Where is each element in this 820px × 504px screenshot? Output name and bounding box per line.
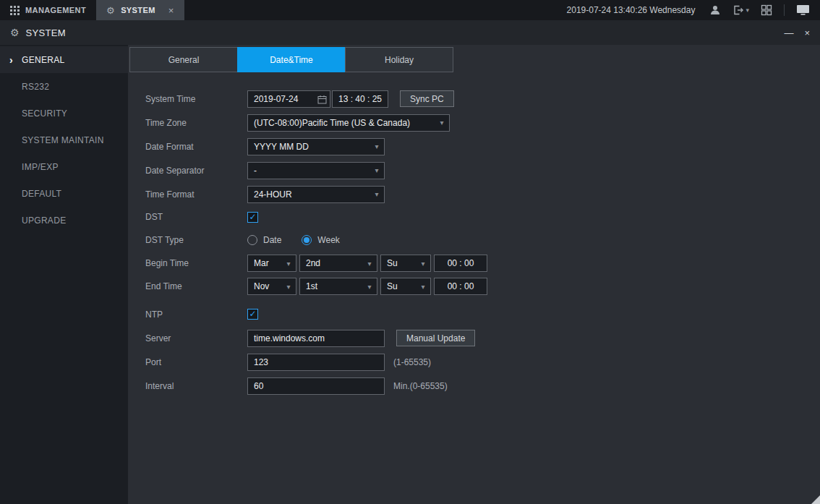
sync-pc-button[interactable]: Sync PC (400, 90, 454, 107)
topbar: MANAGEMENT ⚙ SYSTEM × 2019-07-24 13:40:2… (0, 0, 820, 20)
row-system-time: System Time 13 : 40 : 25 Sync PC (145, 87, 820, 111)
time-zone-select[interactable]: (UTC-08:00)Pacific Time (US & Canada) ▾ (247, 114, 450, 132)
interval-input[interactable] (247, 377, 385, 395)
begin-time-value[interactable]: 00 : 00 (434, 255, 487, 272)
date-field[interactable] (247, 90, 330, 108)
row-date-separator: Date Separator - ▾ (145, 158, 820, 182)
end-day-select[interactable]: Su ▾ (380, 278, 431, 295)
caret-down-icon: ▾ (370, 190, 384, 198)
row-time-format: Time Format 24-HOUR ▾ (145, 182, 820, 206)
end-ordinal-select[interactable]: 1st ▾ (299, 278, 377, 295)
sidebar: › GENERAL RS232 SECURITY SYSTEM MAINTAIN… (0, 45, 128, 504)
field-label: Begin Time (145, 258, 247, 268)
selected-value: Mar (248, 258, 281, 268)
field-label: System Time (145, 94, 247, 104)
sidebar-item-label: SECURITY (22, 108, 67, 119)
field-label: DST Type (145, 235, 247, 245)
selected-value: (UTC-08:00)Pacific Time (US & Canada) (248, 118, 435, 128)
selected-value: Su (381, 281, 416, 291)
row-ntp: NTP ✓ (145, 302, 820, 326)
begin-day-select[interactable]: Su ▾ (380, 255, 431, 272)
system-time-value[interactable]: 13 : 40 : 25 (332, 90, 388, 108)
time-format-select[interactable]: 24-HOUR ▾ (247, 186, 385, 203)
user-icon[interactable] (709, 4, 721, 16)
tab-management[interactable]: MANAGEMENT (0, 0, 96, 20)
date-time-form: System Time 13 : 40 : 25 Sync PC (145, 87, 820, 398)
sidebar-item-rs232[interactable]: RS232 (0, 73, 128, 100)
field-label: Interval (145, 381, 247, 391)
sidebar-item-upgrade[interactable]: UPGRADE (0, 207, 128, 234)
field-label: Date Format (145, 142, 247, 152)
check-icon: ✓ (249, 212, 256, 222)
sidebar-item-general[interactable]: › GENERAL (0, 46, 128, 73)
field-label: Server (145, 333, 247, 343)
active-arrow-icon: › (9, 54, 13, 66)
window-titlebar: ⚙ SYSTEM — × (0, 20, 820, 45)
interval-range-hint: Min.(0-65535) (393, 381, 448, 391)
ntp-checkbox[interactable]: ✓ (247, 309, 258, 320)
datetime-text: 2019-07-24 13:40:26 Wednesday (567, 5, 696, 15)
caret-down-icon: ▾ (435, 119, 449, 127)
date-separator-select[interactable]: - ▾ (247, 162, 385, 179)
sidebar-item-default[interactable]: DEFAULT (0, 180, 128, 207)
layout-grid-icon[interactable] (761, 4, 772, 16)
window-title: SYSTEM (26, 27, 66, 38)
radio-icon (247, 235, 257, 245)
field-label: Date Separator (145, 166, 247, 176)
close-icon[interactable]: × (804, 28, 810, 38)
close-tab-icon[interactable]: × (168, 5, 174, 16)
row-port: Port (1-65535) (145, 350, 820, 374)
end-time-value[interactable]: 00 : 00 (434, 278, 487, 295)
tab-system[interactable]: ⚙ SYSTEM × (96, 0, 184, 20)
dst-type-week-radio[interactable]: Week (302, 235, 339, 245)
selected-value: YYYY MM DD (248, 142, 370, 152)
port-input[interactable] (247, 354, 385, 371)
radio-label: Date (263, 235, 281, 245)
separator (784, 4, 785, 16)
main-panel: General Date&Time Holiday System Time (128, 45, 820, 504)
logout-icon[interactable]: ▾ (733, 4, 749, 16)
sidebar-item-label: RS232 (22, 82, 49, 92)
sidebar-item-system-maintain[interactable]: SYSTEM MAINTAIN (0, 127, 128, 153)
field-label: Port (145, 357, 247, 367)
row-server: Server Manual Update (145, 326, 820, 350)
selected-value: Su (381, 258, 416, 268)
check-icon: ✓ (249, 309, 256, 319)
field-label: NTP (145, 309, 247, 320)
tab-bar: General Date&Time Holiday (129, 47, 820, 72)
selected-value: 1st (300, 281, 362, 291)
resize-grip[interactable] (811, 495, 820, 504)
dst-checkbox[interactable]: ✓ (247, 212, 258, 223)
selected-value: 2nd (300, 258, 362, 268)
manual-update-button[interactable]: Manual Update (396, 330, 475, 346)
dst-type-date-radio[interactable]: Date (247, 235, 281, 245)
apps-grid-icon (10, 6, 20, 15)
tab-general[interactable]: General (129, 47, 238, 72)
sidebar-item-security[interactable]: SECURITY (0, 100, 128, 127)
end-month-select[interactable]: Nov ▾ (247, 278, 296, 295)
begin-month-select[interactable]: Mar ▾ (247, 255, 296, 272)
port-range-hint: (1-65535) (393, 357, 431, 367)
page: MANAGEMENT ⚙ SYSTEM × 2019-07-24 13:40:2… (0, 0, 820, 504)
tab-date-time[interactable]: Date&Time (237, 47, 346, 72)
date-format-select[interactable]: YYYY MM DD ▾ (247, 138, 385, 155)
tab-holiday[interactable]: Holiday (345, 47, 453, 72)
caret-down-icon: ▾ (746, 7, 749, 14)
selected-value: Nov (248, 281, 281, 291)
row-date-format: Date Format YYYY MM DD ▾ (145, 134, 820, 158)
minimize-icon[interactable]: — (784, 28, 793, 38)
sidebar-item-label: UPGRADE (22, 215, 66, 226)
system-date-input[interactable] (247, 90, 330, 108)
sidebar-item-imp-exp[interactable]: IMP/EXP (0, 153, 128, 180)
begin-ordinal-select[interactable]: 2nd ▾ (299, 255, 377, 272)
caret-down-icon: ▾ (281, 283, 296, 291)
row-end-time: End Time Nov ▾ 1st ▾ Su ▾ (145, 275, 820, 298)
gear-icon: ⚙ (106, 5, 115, 16)
row-begin-time: Begin Time Mar ▾ 2nd ▾ Su ▾ (145, 252, 820, 275)
sidebar-item-label: IMP/EXP (22, 162, 59, 172)
server-input[interactable] (247, 330, 385, 347)
field-label: DST (145, 212, 247, 222)
caret-down-icon: ▾ (362, 260, 377, 268)
caret-down-icon: ▾ (362, 283, 377, 291)
monitor-icon[interactable] (796, 4, 810, 16)
